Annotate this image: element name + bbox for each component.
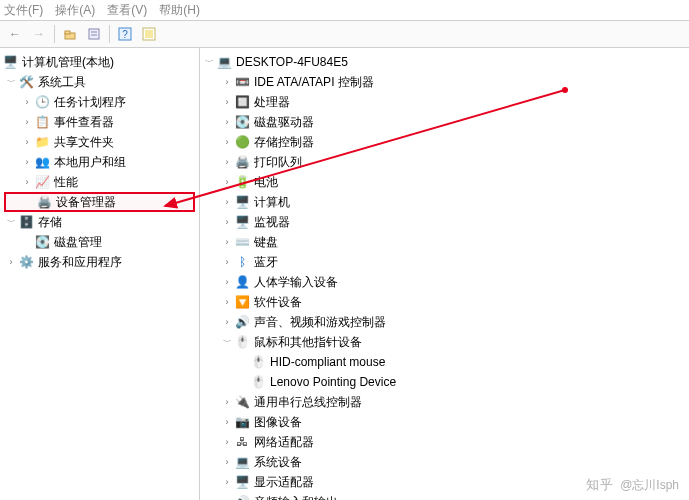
expander-closed-icon[interactable]: › bbox=[220, 75, 234, 89]
tree-task-scheduler[interactable]: › 🕒 任务计划程序 bbox=[0, 92, 199, 112]
menu-help[interactable]: 帮助(H) bbox=[159, 2, 200, 19]
expander-closed-icon[interactable]: › bbox=[220, 215, 234, 229]
tree-label: 鼠标和其他指针设备 bbox=[254, 334, 362, 351]
device-system[interactable]: ›💻系统设备 bbox=[200, 452, 689, 472]
properties-button[interactable] bbox=[83, 23, 105, 45]
expander-closed-icon[interactable]: › bbox=[20, 135, 34, 149]
watermark-handle: @忘川Isph bbox=[620, 477, 679, 494]
tree-label: 磁盘管理 bbox=[54, 234, 102, 251]
tree-label: 服务和应用程序 bbox=[38, 254, 122, 271]
right-tree[interactable]: ﹀ 💻 DESKTOP-4FU84E5 ›📼IDE ATA/ATAPI 控制器 … bbox=[200, 48, 689, 500]
device-root[interactable]: ﹀ 💻 DESKTOP-4FU84E5 bbox=[200, 52, 689, 72]
tree-device-manager[interactable]: 🖨️ 设备管理器 bbox=[4, 192, 195, 212]
expander-closed-icon[interactable]: › bbox=[220, 135, 234, 149]
tree-root-computer-mgmt[interactable]: 🖥️ 计算机管理(本地) bbox=[0, 52, 199, 72]
tree-event-viewer[interactable]: › 📋 事件查看器 bbox=[0, 112, 199, 132]
device-batteries[interactable]: ›🔋电池 bbox=[200, 172, 689, 192]
device-disk-drives[interactable]: ›💽磁盘驱动器 bbox=[200, 112, 689, 132]
device-cpu[interactable]: ›🔲处理器 bbox=[200, 92, 689, 112]
device-mice[interactable]: ﹀🖱️鼠标和其他指针设备 bbox=[200, 332, 689, 352]
expander-closed-icon[interactable]: › bbox=[220, 415, 234, 429]
expander-closed-icon[interactable]: › bbox=[20, 95, 34, 109]
expander-closed-icon[interactable]: › bbox=[220, 175, 234, 189]
tree-services-apps[interactable]: › ⚙️ 服务和应用程序 bbox=[0, 252, 199, 272]
svg-rect-1 bbox=[65, 31, 70, 34]
tree-disk-mgmt[interactable]: 💽 磁盘管理 bbox=[0, 232, 199, 252]
watermark: 知乎 @忘川Isph bbox=[586, 476, 679, 494]
expander-closed-icon[interactable]: › bbox=[220, 295, 234, 309]
device-imaging[interactable]: ›📷图像设备 bbox=[200, 412, 689, 432]
tree-shared-folders[interactable]: › 📁 共享文件夹 bbox=[0, 132, 199, 152]
left-tree[interactable]: 🖥️ 计算机管理(本地) ﹀ 🛠️ 系统工具 › 🕒 任务计划程序 › 📋 事件… bbox=[0, 48, 200, 500]
expander-closed-icon[interactable]: › bbox=[220, 275, 234, 289]
expander-closed-icon[interactable]: › bbox=[220, 235, 234, 249]
computer-mgmt-icon: 🖥️ bbox=[2, 54, 18, 70]
up-button[interactable] bbox=[59, 23, 81, 45]
help-button[interactable]: ? bbox=[114, 23, 136, 45]
device-monitors[interactable]: ›🖥️监视器 bbox=[200, 212, 689, 232]
expander-open-icon[interactable]: ﹀ bbox=[202, 55, 216, 69]
refresh-button[interactable] bbox=[138, 23, 160, 45]
disk-drive-icon: 💽 bbox=[234, 114, 250, 130]
tree-label: 图像设备 bbox=[254, 414, 302, 431]
expander-closed-icon[interactable]: › bbox=[20, 155, 34, 169]
event-icon: 📋 bbox=[34, 114, 50, 130]
device-usb[interactable]: ›🔌通用串行总线控制器 bbox=[200, 392, 689, 412]
disk-icon: 💽 bbox=[34, 234, 50, 250]
expander-closed-icon[interactable]: › bbox=[20, 115, 34, 129]
expander-closed-icon[interactable]: › bbox=[220, 195, 234, 209]
keyboard-icon: ⌨️ bbox=[234, 234, 250, 250]
device-software[interactable]: ›🔽软件设备 bbox=[200, 292, 689, 312]
expander-closed-icon[interactable]: › bbox=[4, 255, 18, 269]
camera-icon: 📷 bbox=[234, 414, 250, 430]
device-net-adapters[interactable]: ›🖧网络适配器 bbox=[200, 432, 689, 452]
expander-open-icon[interactable]: ﹀ bbox=[4, 215, 18, 229]
tree-label: 通用串行总线控制器 bbox=[254, 394, 362, 411]
device-mouse-lenovo[interactable]: 🖱️Lenovo Pointing Device bbox=[200, 372, 689, 392]
tree-label: 软件设备 bbox=[254, 294, 302, 311]
tree-label: 电池 bbox=[254, 174, 278, 191]
mouse-device-icon: 🖱️ bbox=[250, 374, 266, 390]
sound-icon: 🔊 bbox=[234, 314, 250, 330]
tree-label: 存储控制器 bbox=[254, 134, 314, 151]
expander-closed-icon[interactable]: › bbox=[220, 115, 234, 129]
tree-label: 键盘 bbox=[254, 234, 278, 251]
tree-performance[interactable]: › 📈 性能 bbox=[0, 172, 199, 192]
device-mouse-hid[interactable]: 🖱️HID-compliant mouse bbox=[200, 352, 689, 372]
back-button[interactable]: ← bbox=[4, 23, 26, 45]
device-ide[interactable]: ›📼IDE ATA/ATAPI 控制器 bbox=[200, 72, 689, 92]
expander-closed-icon[interactable]: › bbox=[220, 435, 234, 449]
shared-folder-icon: 📁 bbox=[34, 134, 50, 150]
monitor-icon: 🖥️ bbox=[234, 194, 250, 210]
expander-closed-icon[interactable]: › bbox=[220, 155, 234, 169]
expander-closed-icon[interactable]: › bbox=[220, 255, 234, 269]
expander-open-icon[interactable]: ﹀ bbox=[220, 335, 234, 349]
device-computer[interactable]: ›🖥️计算机 bbox=[200, 192, 689, 212]
device-storage-ctrl[interactable]: ›🟢存储控制器 bbox=[200, 132, 689, 152]
expander-closed-icon[interactable]: › bbox=[220, 95, 234, 109]
expander-closed-icon[interactable]: › bbox=[20, 175, 34, 189]
expander-closed-icon[interactable]: › bbox=[220, 475, 234, 489]
expander-closed-icon[interactable]: › bbox=[220, 315, 234, 329]
device-sound[interactable]: ›🔊声音、视频和游戏控制器 bbox=[200, 312, 689, 332]
device-hid[interactable]: ›👤人体学输入设备 bbox=[200, 272, 689, 292]
forward-button[interactable]: → bbox=[28, 23, 50, 45]
tree-storage[interactable]: ﹀ 🗄️ 存储 bbox=[0, 212, 199, 232]
device-print-queues[interactable]: ›🖨️打印队列 bbox=[200, 152, 689, 172]
network-icon: 🖧 bbox=[234, 434, 250, 450]
expander-closed-icon[interactable]: › bbox=[220, 455, 234, 469]
menu-action[interactable]: 操作(A) bbox=[55, 2, 95, 19]
menu-view[interactable]: 查看(V) bbox=[107, 2, 147, 19]
svg-rect-2 bbox=[89, 29, 99, 39]
expander-closed-icon[interactable]: › bbox=[220, 395, 234, 409]
tree-system-tools[interactable]: ﹀ 🛠️ 系统工具 bbox=[0, 72, 199, 92]
users-icon: 👥 bbox=[34, 154, 50, 170]
device-keyboards[interactable]: ›⌨️键盘 bbox=[200, 232, 689, 252]
expander-closed-icon[interactable]: › bbox=[220, 495, 234, 500]
printer-icon: 🖨️ bbox=[234, 154, 250, 170]
tree-local-users[interactable]: › 👥 本地用户和组 bbox=[0, 152, 199, 172]
tree-label: 网络适配器 bbox=[254, 434, 314, 451]
menu-file[interactable]: 文件(F) bbox=[4, 2, 43, 19]
device-bluetooth[interactable]: ›ᛒ蓝牙 bbox=[200, 252, 689, 272]
expander-open-icon[interactable]: ﹀ bbox=[4, 75, 18, 89]
